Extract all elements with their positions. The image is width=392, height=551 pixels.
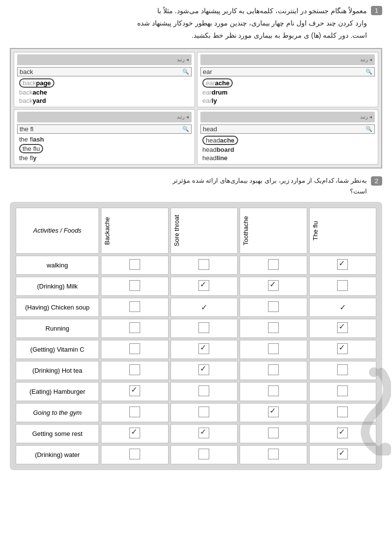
screenshot-ear: رتبد ◂ ear 🔍 earache eardrum early xyxy=(197,52,378,107)
suggestion-backpage: backpage xyxy=(17,78,192,88)
suggestion-early: early xyxy=(200,96,375,105)
row-hamburger-toothache xyxy=(240,382,307,401)
table-row: (Drinking) Milk xyxy=(16,277,376,296)
screenshots-grid: رتبد ◂ back 🔍 backpage backache backyard… xyxy=(10,48,382,168)
row-gym-sorethroat xyxy=(171,403,238,422)
suggestion-headache: headache xyxy=(200,135,375,145)
table-row: Running xyxy=(16,319,376,338)
suggestion-eardrum: eardrum xyxy=(200,88,375,96)
row-hottea-label: (Drinking) Hot tea xyxy=(16,361,99,380)
search-bar-head: head 🔍 xyxy=(200,124,375,134)
row-water-label: (Drinking) water xyxy=(16,445,99,464)
row-walking-backache xyxy=(101,256,169,275)
checked-checkbox xyxy=(337,428,348,438)
row-hottea-sorethroat xyxy=(171,361,238,380)
row-chickensoup-label: (Having) Chicken soup xyxy=(16,298,99,317)
section2-container: 2 به‌نظر شما، کدام‌یک از موارد زیر، برای… xyxy=(10,175,382,197)
row-rest-label: Getting some rest xyxy=(16,424,99,443)
suggestion-headline: headline xyxy=(200,154,375,162)
row-vitaminc-toothache xyxy=(240,340,307,359)
section1-container: 1 معمولاً هنگام جستجو در اینترنت، کلمه‌ه… xyxy=(10,5,382,42)
checked-checkbox xyxy=(337,322,348,333)
row-milk-label: (Drinking) Milk xyxy=(16,277,99,296)
empty-checkbox xyxy=(268,259,279,270)
row-running-theflu xyxy=(309,319,377,338)
row-water-toothache xyxy=(240,445,307,464)
empty-checkbox xyxy=(268,428,279,438)
empty-checkbox xyxy=(129,343,140,354)
empty-checkbox xyxy=(268,449,279,459)
section2-text: به‌نظر شما، کدام‌یک از موارد زیر، برای ب… xyxy=(172,175,367,197)
plain-checkmark: ✓ xyxy=(201,303,207,311)
row-water-sorethroat xyxy=(171,445,238,464)
empty-checkbox xyxy=(337,280,348,291)
screenshot-header-head: رتبد ◂ xyxy=(200,112,375,122)
search-bar-ear: ear 🔍 xyxy=(200,67,375,76)
table-row: Going to the gym xyxy=(16,403,376,422)
activities-foods-header: Activities / Foods xyxy=(16,208,99,254)
screenshot-back: رتبد ◂ back 🔍 backpage backache backyard xyxy=(14,52,195,107)
row-hottea-toothache xyxy=(240,361,307,380)
search-icon-head: 🔍 xyxy=(366,126,372,132)
checked-checkbox xyxy=(198,364,209,375)
row-gym-label: Going to the gym xyxy=(16,403,99,422)
section1-text: معمولاً هنگام جستجو در اینترنت، کلمه‌های… xyxy=(137,5,367,42)
empty-checkbox xyxy=(198,322,209,333)
search-icon-ear: 🔍 xyxy=(366,69,372,75)
plain-checkmark: ✓ xyxy=(340,303,346,311)
checked-checkbox xyxy=(198,343,209,354)
screenshot-head: رتبد ◂ head 🔍 headache headboard headlin… xyxy=(197,109,378,165)
row-chickensoup-toothache xyxy=(240,298,307,317)
search-icon-back: 🔍 xyxy=(182,69,189,75)
row-water-theflu xyxy=(309,445,377,464)
row-vitaminc-theflu xyxy=(309,340,377,359)
checked-checkbox xyxy=(198,428,209,438)
row-walking-toothache xyxy=(240,256,307,275)
row-gym-theflu xyxy=(309,403,377,422)
row-running-label: Running xyxy=(16,319,99,338)
row-hamburger-label: (Eating) Hamburger xyxy=(16,382,99,401)
suggestion-backache: backache xyxy=(17,88,192,96)
row-vitaminc-backache xyxy=(101,340,169,359)
row-milk-backache xyxy=(101,277,169,296)
table-row: (Having) Chicken soup ✓ ✓ xyxy=(16,298,376,317)
search-icon-thefl: 🔍 xyxy=(182,126,189,132)
checked-checkbox xyxy=(198,280,209,291)
row-milk-toothache xyxy=(240,277,307,296)
checked-checkbox xyxy=(268,407,279,417)
row-hamburger-sorethroat xyxy=(171,382,238,401)
row-hottea-theflu xyxy=(309,361,377,380)
suggestion-theflu: the flu xyxy=(17,144,192,154)
suggestion-backyard: backyard xyxy=(17,96,192,105)
empty-checkbox xyxy=(337,364,348,375)
row-gym-backache xyxy=(101,403,169,422)
table-row: Getting some rest xyxy=(16,424,376,443)
empty-checkbox xyxy=(268,364,279,375)
screenshot-header-back: رتبد ◂ xyxy=(17,54,192,65)
suggestion-headboard: headboard xyxy=(200,145,375,154)
row-rest-backache xyxy=(101,424,169,443)
checked-checkbox xyxy=(337,259,348,270)
row-milk-theflu xyxy=(309,277,377,296)
suggestion-theflash: the flash xyxy=(17,135,192,144)
empty-checkbox xyxy=(268,301,279,312)
checked-checkbox xyxy=(129,428,140,438)
row-hottea-backache xyxy=(101,361,169,380)
search-bar-back: back 🔍 xyxy=(17,67,192,76)
empty-checkbox xyxy=(129,364,140,375)
checked-checkbox xyxy=(337,343,348,354)
empty-checkbox xyxy=(129,322,140,333)
row-chickensoup-sorethroat: ✓ xyxy=(171,298,238,317)
row-rest-sorethroat xyxy=(171,424,238,443)
empty-checkbox xyxy=(337,385,348,396)
empty-checkbox xyxy=(129,259,140,270)
row-chickensoup-theflu: ✓ xyxy=(309,298,377,317)
col-sore-throat: Sore throat xyxy=(171,208,238,254)
row-water-backache xyxy=(101,445,169,464)
section2-number: 2 xyxy=(371,176,382,186)
row-walking-theflu xyxy=(309,256,377,275)
empty-checkbox xyxy=(268,343,279,354)
col-backache: Backache xyxy=(101,208,169,254)
row-chickensoup-backache xyxy=(101,298,169,317)
row-rest-toothache xyxy=(240,424,307,443)
